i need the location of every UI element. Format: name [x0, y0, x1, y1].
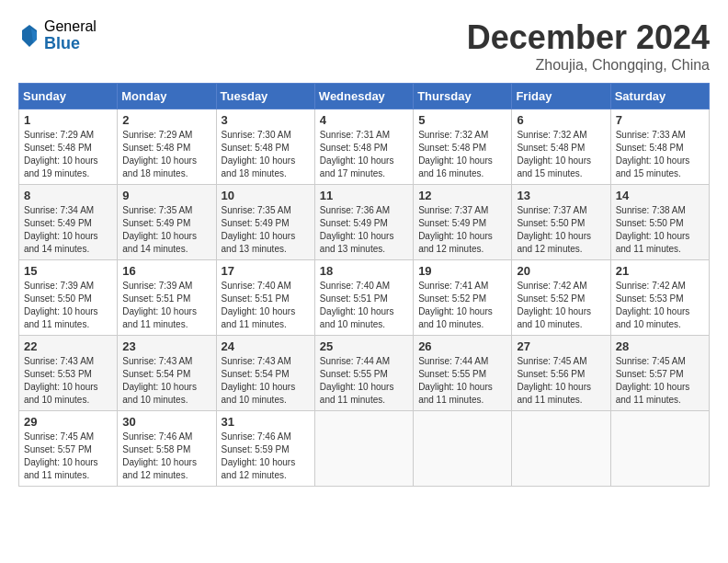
calendar-cell: 23 Sunrise: 7:43 AM Sunset: 5:54 PM Dayl…	[118, 336, 216, 411]
day-info: Sunrise: 7:46 AM Sunset: 5:58 PM Dayligh…	[122, 431, 210, 482]
day-number: 25	[320, 339, 408, 353]
day-number: 22	[24, 339, 112, 353]
day-number: 29	[24, 415, 112, 429]
daylight-label: Daylight: 10 hours and 12 minutes.	[122, 457, 197, 480]
sunset-label: Sunset: 5:50 PM	[24, 293, 92, 304]
day-info: Sunrise: 7:42 AM Sunset: 5:53 PM Dayligh…	[616, 280, 704, 331]
sunset-label: Sunset: 5:50 PM	[517, 218, 585, 228]
weekday-header-friday: Friday	[512, 84, 610, 109]
calendar-cell: 16 Sunrise: 7:39 AM Sunset: 5:51 PM Dayl…	[118, 260, 216, 336]
daylight-label: Daylight: 10 hours and 12 minutes.	[222, 457, 296, 480]
sunrise-label: Sunrise: 7:46 AM	[122, 431, 192, 442]
daylight-label: Daylight: 10 hours and 11 minutes.	[616, 382, 690, 405]
sunrise-label: Sunrise: 7:33 AM	[616, 130, 686, 140]
day-number: 18	[320, 264, 408, 278]
logo-text: General Blue	[44, 18, 97, 52]
weekday-header-tuesday: Tuesday	[216, 84, 314, 109]
sunset-label: Sunset: 5:49 PM	[122, 218, 190, 228]
daylight-label: Daylight: 10 hours and 11 minutes.	[122, 306, 197, 329]
daylight-label: Daylight: 10 hours and 18 minutes.	[222, 155, 296, 178]
calendar-cell: 9 Sunrise: 7:35 AM Sunset: 5:49 PM Dayli…	[118, 185, 216, 260]
calendar-cell: 31 Sunrise: 7:46 AM Sunset: 5:59 PM Dayl…	[216, 411, 314, 487]
weekday-header-wednesday: Wednesday	[314, 84, 413, 109]
calendar-cell: 15 Sunrise: 7:39 AM Sunset: 5:50 PM Dayl…	[19, 260, 118, 336]
sunset-label: Sunset: 5:48 PM	[122, 143, 190, 153]
daylight-label: Daylight: 10 hours and 16 minutes.	[418, 155, 493, 178]
sunrise-label: Sunrise: 7:43 AM	[122, 356, 192, 366]
sunrise-label: Sunrise: 7:43 AM	[222, 356, 291, 366]
calendar-cell: 5 Sunrise: 7:32 AM Sunset: 5:48 PM Dayli…	[414, 109, 512, 185]
day-number: 23	[122, 339, 210, 353]
sunset-label: Sunset: 5:48 PM	[222, 143, 290, 153]
calendar-week-3: 15 Sunrise: 7:39 AM Sunset: 5:50 PM Dayl…	[19, 260, 710, 336]
day-info: Sunrise: 7:35 AM Sunset: 5:49 PM Dayligh…	[222, 204, 310, 256]
day-info: Sunrise: 7:32 AM Sunset: 5:48 PM Dayligh…	[418, 129, 506, 180]
sunrise-label: Sunrise: 7:37 AM	[517, 205, 586, 215]
sunrise-label: Sunrise: 7:45 AM	[517, 356, 586, 366]
day-number: 27	[517, 339, 605, 353]
sunset-label: Sunset: 5:49 PM	[24, 218, 92, 228]
day-number: 13	[517, 189, 605, 202]
logo-icon	[18, 23, 40, 49]
calendar-week-2: 8 Sunrise: 7:34 AM Sunset: 5:49 PM Dayli…	[19, 185, 710, 260]
calendar-cell: 4 Sunrise: 7:31 AM Sunset: 5:48 PM Dayli…	[314, 109, 413, 185]
day-info: Sunrise: 7:46 AM Sunset: 5:59 PM Dayligh…	[222, 431, 310, 482]
daylight-label: Daylight: 10 hours and 10 minutes.	[320, 306, 394, 329]
daylight-label: Daylight: 10 hours and 12 minutes.	[418, 231, 493, 254]
calendar-cell: 2 Sunrise: 7:29 AM Sunset: 5:48 PM Dayli…	[118, 109, 216, 185]
daylight-label: Daylight: 10 hours and 15 minutes.	[616, 155, 690, 178]
calendar-cell: 19 Sunrise: 7:41 AM Sunset: 5:52 PM Dayl…	[414, 260, 512, 336]
sunrise-label: Sunrise: 7:41 AM	[418, 281, 488, 291]
day-info: Sunrise: 7:43 AM Sunset: 5:53 PM Dayligh…	[24, 355, 112, 407]
daylight-label: Daylight: 10 hours and 11 minutes.	[320, 382, 394, 405]
sunset-label: Sunset: 5:52 PM	[418, 293, 486, 304]
day-number: 17	[222, 264, 310, 278]
sunset-label: Sunset: 5:57 PM	[616, 369, 684, 379]
day-number: 28	[616, 339, 704, 353]
day-info: Sunrise: 7:40 AM Sunset: 5:51 PM Dayligh…	[222, 280, 310, 331]
sunrise-label: Sunrise: 7:42 AM	[616, 281, 686, 291]
sunrise-label: Sunrise: 7:37 AM	[418, 205, 488, 215]
day-number: 31	[222, 415, 310, 429]
calendar-cell: 12 Sunrise: 7:37 AM Sunset: 5:49 PM Dayl…	[414, 185, 512, 260]
sunrise-label: Sunrise: 7:45 AM	[24, 431, 94, 442]
day-number: 11	[320, 189, 408, 202]
sunrise-label: Sunrise: 7:32 AM	[517, 130, 586, 140]
day-number: 16	[122, 264, 210, 278]
sunrise-label: Sunrise: 7:40 AM	[320, 281, 390, 291]
day-info: Sunrise: 7:44 AM Sunset: 5:55 PM Dayligh…	[320, 355, 408, 407]
sunrise-label: Sunrise: 7:44 AM	[418, 356, 488, 366]
daylight-label: Daylight: 10 hours and 11 minutes.	[418, 382, 493, 405]
calendar-cell: 27 Sunrise: 7:45 AM Sunset: 5:56 PM Dayl…	[512, 336, 610, 411]
day-number: 15	[24, 264, 112, 278]
day-number: 30	[122, 415, 210, 429]
sunrise-label: Sunrise: 7:43 AM	[24, 356, 94, 366]
sunset-label: Sunset: 5:50 PM	[616, 218, 684, 228]
sunset-label: Sunset: 5:51 PM	[222, 293, 290, 304]
day-number: 8	[24, 189, 112, 202]
daylight-label: Daylight: 10 hours and 19 minutes.	[24, 155, 98, 178]
sunrise-label: Sunrise: 7:39 AM	[122, 281, 192, 291]
day-number: 20	[517, 264, 605, 278]
calendar-cell: 10 Sunrise: 7:35 AM Sunset: 5:49 PM Dayl…	[216, 185, 314, 260]
sunset-label: Sunset: 5:49 PM	[320, 218, 388, 228]
day-number: 12	[418, 189, 506, 202]
sunset-label: Sunset: 5:55 PM	[418, 369, 486, 379]
sunset-label: Sunset: 5:59 PM	[222, 444, 290, 454]
page-header: General Blue December 2024 Zhoujia, Chon…	[18, 18, 710, 74]
calendar-cell: 6 Sunrise: 7:32 AM Sunset: 5:48 PM Dayli…	[512, 109, 610, 185]
calendar-cell: 8 Sunrise: 7:34 AM Sunset: 5:49 PM Dayli…	[19, 185, 118, 260]
daylight-label: Daylight: 10 hours and 10 minutes.	[616, 306, 690, 329]
day-number: 6	[517, 113, 605, 127]
day-number: 10	[222, 189, 310, 202]
day-info: Sunrise: 7:31 AM Sunset: 5:48 PM Dayligh…	[320, 129, 408, 180]
daylight-label: Daylight: 10 hours and 13 minutes.	[320, 231, 394, 254]
sunrise-label: Sunrise: 7:38 AM	[616, 205, 686, 215]
location: Zhoujia, Chongqing, China	[467, 57, 710, 74]
sunrise-label: Sunrise: 7:34 AM	[24, 205, 94, 215]
daylight-label: Daylight: 10 hours and 15 minutes.	[517, 155, 591, 178]
sunset-label: Sunset: 5:48 PM	[517, 143, 585, 153]
calendar-cell: 1 Sunrise: 7:29 AM Sunset: 5:48 PM Dayli…	[19, 109, 118, 185]
day-info: Sunrise: 7:34 AM Sunset: 5:49 PM Dayligh…	[24, 204, 112, 256]
day-info: Sunrise: 7:44 AM Sunset: 5:55 PM Dayligh…	[418, 355, 506, 407]
